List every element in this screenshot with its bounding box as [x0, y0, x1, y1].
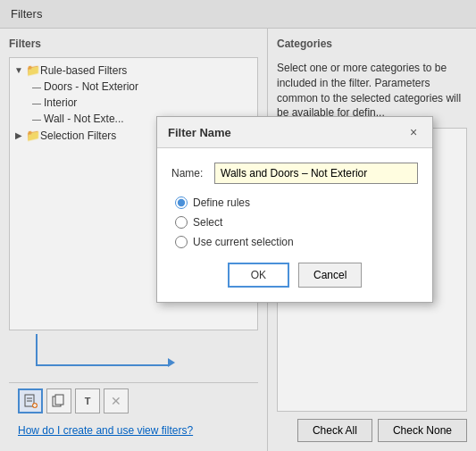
dialog-title: Filter Name: [168, 126, 231, 139]
radio-define-rules-input[interactable]: [175, 196, 188, 209]
cancel-button[interactable]: Cancel: [298, 263, 362, 288]
radio-select-input[interactable]: [175, 216, 188, 229]
dialog-close-button[interactable]: ×: [405, 124, 422, 140]
filter-name-input[interactable]: [214, 163, 418, 184]
radio-select-label: Select: [193, 216, 222, 229]
radio-use-current-input[interactable]: [175, 236, 188, 248]
dialog-buttons: OK Cancel: [171, 263, 418, 288]
radio-define-rules[interactable]: Define rules: [175, 196, 418, 209]
radio-use-current-label: Use current selection: [193, 236, 294, 248]
dialog-titlebar: Filter Name ×: [157, 117, 432, 148]
dialog-body: Name: Define rules Select Use current se…: [157, 148, 432, 302]
name-label: Name:: [171, 167, 207, 180]
radio-select[interactable]: Select: [175, 216, 418, 229]
name-row: Name:: [171, 163, 418, 184]
filter-name-dialog: Filter Name × Name: Define rules Select …: [156, 116, 433, 303]
radio-define-rules-label: Define rules: [193, 196, 250, 209]
radio-group: Define rules Select Use current selectio…: [175, 196, 418, 248]
ok-button[interactable]: OK: [228, 263, 289, 288]
radio-use-current[interactable]: Use current selection: [175, 236, 418, 248]
